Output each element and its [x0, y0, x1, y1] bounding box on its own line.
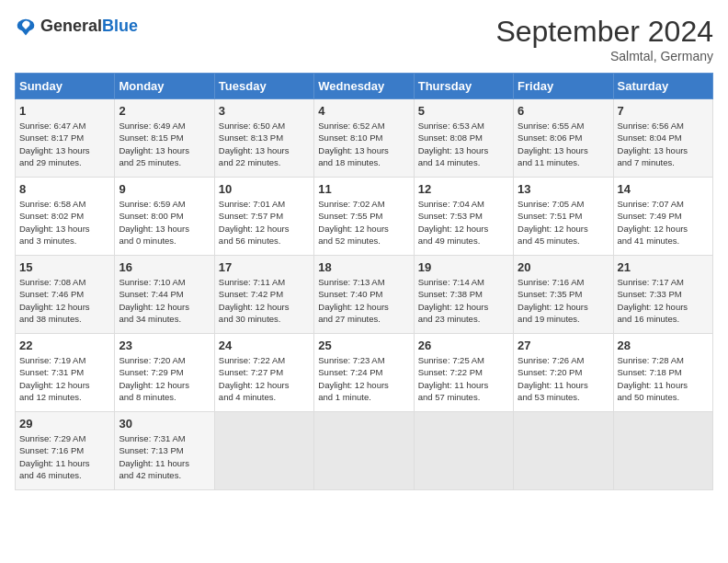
- location-title: Salmtal, Germany: [495, 49, 713, 63]
- calendar-week-row: 15Sunrise: 7:08 AM Sunset: 7:46 PM Dayli…: [16, 256, 713, 334]
- calendar-cell: 21Sunrise: 7:17 AM Sunset: 7:33 PM Dayli…: [613, 256, 712, 334]
- cell-content: Sunrise: 7:14 AM Sunset: 7:38 PM Dayligh…: [418, 276, 509, 325]
- calendar-cell: 24Sunrise: 7:22 AM Sunset: 7:27 PM Dayli…: [214, 334, 313, 412]
- calendar-cell: 19Sunrise: 7:14 AM Sunset: 7:38 PM Dayli…: [414, 256, 513, 334]
- cell-content: Sunrise: 6:56 AM Sunset: 8:04 PM Dayligh…: [618, 120, 709, 168]
- calendar-cell: 27Sunrise: 7:26 AM Sunset: 7:20 PM Dayli…: [514, 334, 613, 412]
- calendar-cell: 14Sunrise: 7:07 AM Sunset: 7:49 PM Dayli…: [613, 178, 712, 256]
- cell-content: Sunrise: 7:17 AM Sunset: 7:33 PM Dayligh…: [618, 276, 709, 325]
- day-number: 17: [219, 260, 310, 274]
- col-sunday: Sunday: [16, 74, 115, 99]
- cell-content: Sunrise: 6:59 AM Sunset: 8:00 PM Dayligh…: [119, 198, 210, 247]
- calendar-cell: 4Sunrise: 6:52 AM Sunset: 8:10 PM Daylig…: [314, 99, 414, 178]
- calendar-cell: 20Sunrise: 7:16 AM Sunset: 7:35 PM Dayli…: [514, 256, 613, 334]
- calendar-cell: 16Sunrise: 7:10 AM Sunset: 7:44 PM Dayli…: [115, 256, 214, 334]
- calendar-cell: 9Sunrise: 6:59 AM Sunset: 8:00 PM Daylig…: [115, 178, 214, 256]
- calendar-cell: [214, 412, 313, 490]
- calendar-week-row: 29Sunrise: 7:29 AM Sunset: 7:16 PM Dayli…: [16, 412, 713, 490]
- day-number: 26: [418, 339, 509, 352]
- calendar-cell: [414, 412, 513, 490]
- cell-content: Sunrise: 7:26 AM Sunset: 7:20 PM Dayligh…: [518, 354, 609, 403]
- day-number: 19: [418, 260, 509, 274]
- day-number: 11: [318, 182, 409, 196]
- calendar-cell: 5Sunrise: 6:53 AM Sunset: 8:08 PM Daylig…: [414, 99, 513, 178]
- cell-content: Sunrise: 7:05 AM Sunset: 7:51 PM Dayligh…: [518, 198, 609, 247]
- day-number: 2: [119, 104, 210, 118]
- calendar-cell: [514, 412, 613, 490]
- cell-content: Sunrise: 7:11 AM Sunset: 7:42 PM Dayligh…: [219, 276, 310, 325]
- cell-content: Sunrise: 6:50 AM Sunset: 8:13 PM Dayligh…: [219, 120, 310, 168]
- col-saturday: Saturday: [613, 74, 712, 99]
- calendar-cell: 17Sunrise: 7:11 AM Sunset: 7:42 PM Dayli…: [214, 256, 313, 334]
- day-number: 18: [318, 260, 409, 274]
- col-monday: Monday: [115, 74, 214, 99]
- cell-content: Sunrise: 7:13 AM Sunset: 7:40 PM Dayligh…: [318, 276, 409, 325]
- day-number: 15: [19, 260, 110, 274]
- calendar-cell: 1Sunrise: 6:47 AM Sunset: 8:17 PM Daylig…: [16, 99, 115, 178]
- calendar-cell: 23Sunrise: 7:20 AM Sunset: 7:29 PM Dayli…: [115, 334, 214, 412]
- col-wednesday: Wednesday: [314, 74, 414, 99]
- cell-content: Sunrise: 7:01 AM Sunset: 7:57 PM Dayligh…: [219, 198, 310, 247]
- calendar-cell: 26Sunrise: 7:25 AM Sunset: 7:22 PM Dayli…: [414, 334, 513, 412]
- cell-content: Sunrise: 7:04 AM Sunset: 7:53 PM Dayligh…: [418, 198, 509, 247]
- day-number: 23: [119, 339, 210, 352]
- cell-content: Sunrise: 6:52 AM Sunset: 8:10 PM Dayligh…: [318, 120, 409, 168]
- calendar-cell: 8Sunrise: 6:58 AM Sunset: 8:02 PM Daylig…: [16, 178, 115, 256]
- day-number: 6: [518, 104, 609, 118]
- day-number: 16: [119, 260, 210, 274]
- day-number: 3: [219, 104, 310, 118]
- cell-content: Sunrise: 6:49 AM Sunset: 8:15 PM Dayligh…: [119, 120, 210, 168]
- col-friday: Friday: [514, 74, 613, 99]
- day-number: 30: [119, 417, 210, 431]
- day-number: 29: [19, 417, 110, 431]
- day-number: 24: [219, 339, 310, 352]
- calendar-cell: 13Sunrise: 7:05 AM Sunset: 7:51 PM Dayli…: [514, 178, 613, 256]
- calendar-cell: 6Sunrise: 6:55 AM Sunset: 8:06 PM Daylig…: [514, 99, 613, 178]
- cell-content: Sunrise: 7:29 AM Sunset: 7:16 PM Dayligh…: [19, 432, 110, 481]
- cell-content: Sunrise: 7:02 AM Sunset: 7:55 PM Dayligh…: [318, 198, 409, 247]
- day-number: 7: [618, 104, 709, 118]
- cell-content: Sunrise: 7:19 AM Sunset: 7:31 PM Dayligh…: [19, 354, 110, 403]
- cell-content: Sunrise: 7:10 AM Sunset: 7:44 PM Dayligh…: [119, 276, 210, 325]
- day-number: 10: [219, 182, 310, 196]
- calendar-cell: 29Sunrise: 7:29 AM Sunset: 7:16 PM Dayli…: [16, 412, 115, 490]
- calendar-cell: 28Sunrise: 7:28 AM Sunset: 7:18 PM Dayli…: [613, 334, 712, 412]
- calendar-cell: 10Sunrise: 7:01 AM Sunset: 7:57 PM Dayli…: [214, 178, 313, 256]
- day-number: 20: [518, 260, 609, 274]
- day-number: 22: [19, 339, 110, 352]
- calendar-week-row: 8Sunrise: 6:58 AM Sunset: 8:02 PM Daylig…: [16, 178, 713, 256]
- cell-content: Sunrise: 6:53 AM Sunset: 8:08 PM Dayligh…: [418, 120, 509, 168]
- logo: GeneralBlue: [15, 15, 138, 37]
- col-thursday: Thursday: [414, 74, 513, 99]
- cell-content: Sunrise: 6:55 AM Sunset: 8:06 PM Dayligh…: [518, 120, 609, 168]
- day-number: 5: [418, 104, 509, 118]
- day-number: 21: [618, 260, 709, 274]
- cell-content: Sunrise: 7:23 AM Sunset: 7:24 PM Dayligh…: [318, 354, 409, 403]
- calendar-cell: 12Sunrise: 7:04 AM Sunset: 7:53 PM Dayli…: [414, 178, 513, 256]
- calendar-cell: 30Sunrise: 7:31 AM Sunset: 7:13 PM Dayli…: [115, 412, 214, 490]
- day-number: 4: [318, 104, 409, 118]
- cell-content: Sunrise: 7:16 AM Sunset: 7:35 PM Dayligh…: [518, 276, 609, 325]
- calendar-cell: 22Sunrise: 7:19 AM Sunset: 7:31 PM Dayli…: [16, 334, 115, 412]
- cell-content: Sunrise: 7:28 AM Sunset: 7:18 PM Dayligh…: [618, 354, 709, 403]
- day-number: 14: [618, 182, 709, 196]
- cell-content: Sunrise: 7:20 AM Sunset: 7:29 PM Dayligh…: [119, 354, 210, 403]
- logo-icon: [15, 15, 37, 37]
- calendar-cell: [613, 412, 712, 490]
- cell-content: Sunrise: 7:25 AM Sunset: 7:22 PM Dayligh…: [418, 354, 509, 403]
- logo-general: General: [40, 17, 102, 35]
- logo-text: GeneralBlue: [40, 17, 138, 36]
- calendar-cell: 25Sunrise: 7:23 AM Sunset: 7:24 PM Dayli…: [314, 334, 414, 412]
- page-header: GeneralBlue September 2024 Salmtal, Germ…: [15, 15, 713, 63]
- cell-content: Sunrise: 7:22 AM Sunset: 7:27 PM Dayligh…: [219, 354, 310, 403]
- day-number: 1: [19, 104, 110, 118]
- calendar-cell: 18Sunrise: 7:13 AM Sunset: 7:40 PM Dayli…: [314, 256, 414, 334]
- cell-content: Sunrise: 7:07 AM Sunset: 7:49 PM Dayligh…: [618, 198, 709, 247]
- day-number: 28: [618, 339, 709, 352]
- day-number: 25: [318, 339, 409, 352]
- title-block: September 2024 Salmtal, Germany: [495, 15, 713, 63]
- calendar-cell: 2Sunrise: 6:49 AM Sunset: 8:15 PM Daylig…: [115, 99, 214, 178]
- day-number: 9: [119, 182, 210, 196]
- calendar-table: Sunday Monday Tuesday Wednesday Thursday…: [15, 73, 713, 490]
- calendar-week-row: 1Sunrise: 6:47 AM Sunset: 8:17 PM Daylig…: [16, 99, 713, 178]
